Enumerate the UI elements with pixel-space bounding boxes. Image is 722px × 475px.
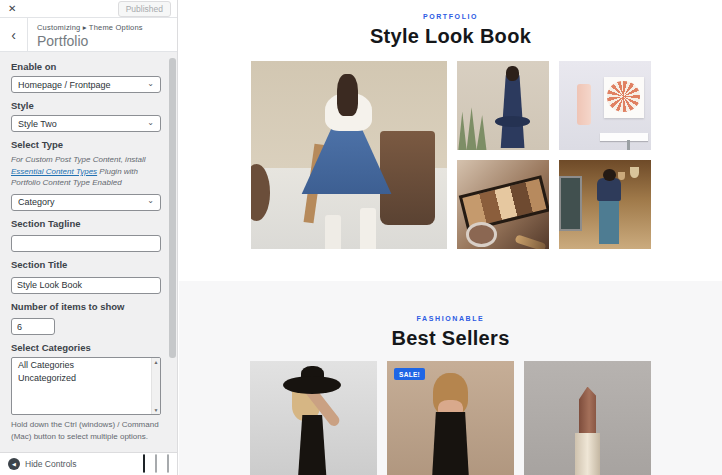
product-item-black-dress-hat[interactable] [250, 361, 377, 475]
mobile-preview-button[interactable] [167, 455, 169, 473]
categories-help-text: Hold down the Ctrl (windows) / Command (… [11, 419, 161, 443]
sidebar-scrollbar[interactable] [169, 53, 176, 449]
customizer-header: ‹ Customizing ▸ Theme Options Portfolio [0, 18, 177, 52]
select-type-label: Select Type [11, 139, 161, 150]
style-label: Style [11, 100, 161, 111]
back-button[interactable]: ‹ [0, 18, 28, 51]
tablet-preview-button[interactable] [155, 455, 157, 473]
photo-shape [599, 199, 619, 244]
photo-shape [337, 74, 359, 115]
photo-shape [251, 164, 271, 220]
desktop-icon [143, 454, 145, 473]
enable-on-value: Homepage / Frontpage [18, 80, 111, 90]
portfolio-section-tagline: PORTFOLIO [179, 13, 722, 20]
portfolio-section: PORTFOLIO Style Look Book [179, 0, 722, 249]
photo-shape [630, 167, 639, 178]
product-item-lipstick[interactable] [524, 361, 651, 475]
header-text: Customizing ▸ Theme Options Portfolio [28, 18, 143, 51]
photo-shape [607, 81, 640, 111]
photo-shape [600, 133, 648, 141]
photo-shape [627, 140, 631, 150]
hide-controls-button[interactable]: Hide Controls [25, 459, 77, 469]
essential-content-types-link[interactable]: Essential Content Types [11, 167, 97, 176]
site-preview: PORTFOLIO Style Look Book [179, 0, 722, 475]
sidebar-scrollbar-thumb[interactable] [169, 58, 176, 358]
style-value: Style Two [18, 119, 57, 129]
photo-shape [577, 84, 591, 125]
collapse-sidebar-icon[interactable]: ◀ [8, 458, 20, 470]
section-tagline-label: Section Tagline [11, 218, 161, 229]
photo-shape [360, 208, 376, 249]
photo-shape [466, 222, 497, 247]
select-type-description: For Custom Post Type Content, install Es… [11, 154, 161, 189]
photo-shape [597, 178, 621, 201]
photo-shape [575, 433, 600, 475]
section-title-label: Section Title [11, 259, 161, 270]
items-count-input[interactable] [11, 318, 55, 335]
chevron-down-icon: ⌄ [147, 196, 154, 205]
best-sellers-tagline: FASHIONABLE [179, 315, 722, 322]
chevron-down-icon: ⌄ [147, 79, 154, 88]
photo-shape [506, 66, 519, 80]
categories-listbox[interactable]: All Categories Uncategorized ▲ ▼ [11, 357, 161, 415]
best-sellers-title: Best Sellers [179, 327, 722, 350]
portfolio-item-cosmetics-display[interactable] [559, 61, 651, 150]
mobile-icon [167, 454, 169, 473]
photo-shape [296, 415, 329, 475]
select-categories-label: Select Categories [11, 342, 161, 353]
section-tagline-input[interactable] [11, 235, 161, 252]
photo-shape [603, 169, 616, 181]
style-select[interactable]: Style Two ⌄ [11, 115, 161, 132]
device-preview-switcher [143, 453, 169, 475]
photo-shape [283, 376, 341, 394]
items-count-label: Number of items to show [11, 301, 161, 312]
portfolio-item-makeup-palette[interactable] [457, 160, 549, 249]
portfolio-item-denim-store[interactable] [559, 160, 651, 249]
desktop-preview-button[interactable] [143, 455, 145, 473]
select-type-select[interactable]: Category ⌄ [11, 194, 161, 211]
product-item-off-shoulder-dress[interactable]: SALE! [387, 361, 514, 475]
photo-shape [559, 176, 583, 231]
close-icon[interactable]: ✕ [8, 4, 16, 14]
photo-shape [495, 116, 530, 127]
scroll-up-icon[interactable]: ▲ [154, 358, 159, 366]
category-option[interactable]: Uncategorized [12, 371, 160, 384]
collapse-arrow-icon: ◀ [12, 461, 16, 467]
listbox-scrollbar[interactable]: ▲ ▼ [151, 358, 160, 414]
chevron-down-icon: ⌄ [147, 118, 154, 127]
scroll-down-icon[interactable]: ▼ [154, 406, 159, 414]
best-sellers-grid: SALE! [250, 361, 651, 475]
category-option[interactable]: All Categories [12, 358, 160, 371]
enable-on-label: Enable on [11, 61, 161, 72]
breadcrumb: Customizing ▸ Theme Options [37, 23, 143, 32]
published-button[interactable]: Published [118, 1, 171, 17]
portfolio-item-navy-dress[interactable] [457, 61, 549, 150]
description-text: For Custom Post Type Content, install [11, 155, 146, 164]
photo-shape [458, 107, 491, 150]
photo-shape [430, 412, 471, 475]
customizer-footer: ◀ Hide Controls [0, 452, 177, 475]
photo-shape [579, 387, 597, 435]
section-title-input[interactable] [11, 277, 161, 294]
photo-shape [515, 235, 547, 249]
panel-title: Portfolio [37, 33, 143, 49]
portfolio-item-model-denim-skirt[interactable] [251, 61, 447, 249]
controls-panel: Enable on Homepage / Frontpage ⌄ Style S… [0, 52, 177, 452]
enable-on-select[interactable]: Homepage / Frontpage ⌄ [11, 76, 161, 93]
back-chevron-icon: ‹ [11, 27, 16, 43]
best-sellers-section: FASHIONABLE Best Sellers SALE! [179, 281, 722, 475]
customizer-topbar: ✕ Published [0, 0, 177, 18]
photo-shape [325, 215, 341, 249]
photo-shape [497, 75, 528, 148]
customizer-sidebar: ✕ Published ‹ Customizing ▸ Theme Option… [0, 0, 178, 475]
sale-badge: SALE! [394, 368, 425, 380]
select-type-value: Category [18, 197, 55, 207]
portfolio-grid [251, 61, 651, 249]
portfolio-section-title: Style Look Book [179, 25, 722, 48]
photo-shape [380, 131, 435, 225]
tablet-icon [155, 454, 157, 473]
